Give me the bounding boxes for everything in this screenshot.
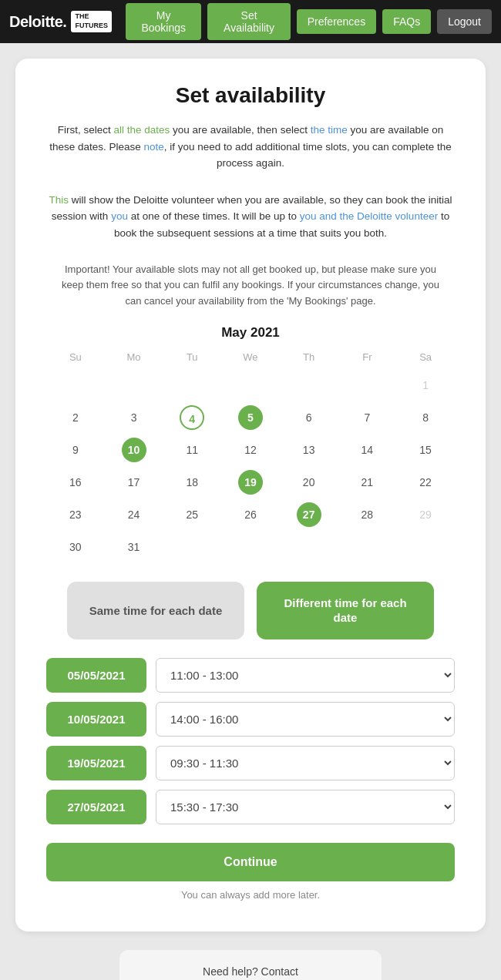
info-text-2: This will show the Deloitte volunteer wh…: [46, 192, 455, 242]
time-toggle-group: Same time for each date Different time f…: [46, 582, 455, 639]
calendar-day[interactable]: 3: [105, 401, 163, 434]
warning-text: Important! Your available slots may not …: [46, 262, 455, 310]
calendar-day[interactable]: [338, 369, 397, 401]
date-row: 19/05/202109:30 - 11:3011:00 - 13:0014:0…: [46, 746, 455, 780]
deloitte-brand: Deloitte.: [9, 13, 66, 31]
different-time-toggle[interactable]: Different time for each date: [257, 582, 434, 639]
date-row: 05/05/202109:30 - 11:3011:00 - 13:0014:0…: [46, 658, 455, 693]
date-label: 10/05/2021: [46, 702, 146, 737]
calendar-day[interactable]: [396, 531, 455, 563]
calendar-day[interactable]: 21: [338, 466, 397, 498]
day-header-fr: Fr: [338, 348, 397, 369]
calendar-day[interactable]: [163, 531, 221, 563]
page-title: Set availability: [46, 83, 455, 108]
calendar-month-label: May 2021: [46, 325, 455, 341]
time-select[interactable]: 09:30 - 11:3011:00 - 13:0014:00 - 16:001…: [156, 658, 455, 693]
calendar-section: May 2021 Su Mo Tu We Th Fr Sa 1234567891…: [46, 325, 455, 563]
nav-my-bookings[interactable]: My Bookings: [126, 3, 202, 40]
calendar-day[interactable]: 7: [338, 401, 397, 434]
calendar-grid: Su Mo Tu We Th Fr Sa 1234567891011121314…: [46, 348, 455, 563]
calendar-day[interactable]: 27: [280, 498, 338, 531]
calendar-day[interactable]: [221, 369, 280, 401]
calendar-day[interactable]: 4: [163, 401, 221, 434]
calendar-day[interactable]: 22: [396, 466, 455, 498]
date-label: 27/05/2021: [46, 790, 146, 824]
calendar-day[interactable]: 10: [105, 434, 163, 466]
calendar-day[interactable]: [46, 369, 105, 401]
nav-preferences[interactable]: Preferences: [297, 9, 376, 34]
date-label: 19/05/2021: [46, 746, 146, 780]
day-header-sa: Sa: [396, 348, 455, 369]
same-time-toggle[interactable]: Same time for each date: [67, 582, 244, 639]
calendar-day[interactable]: 31: [105, 531, 163, 563]
footer-help-text: Need help? Contact: [150, 965, 351, 978]
continue-button[interactable]: Continue: [46, 843, 455, 881]
calendar-day[interactable]: 20: [280, 466, 338, 498]
intro-text-1: First, select all the dates you are avai…: [46, 122, 455, 172]
date-rows: 05/05/202109:30 - 11:3011:00 - 13:0014:0…: [46, 658, 455, 824]
calendar-day[interactable]: 30: [46, 531, 105, 563]
date-label: 05/05/2021: [46, 658, 146, 693]
footer: Need help? Contact deloittebroker@wearef…: [0, 931, 501, 980]
calendar-day[interactable]: [280, 369, 338, 401]
nav-set-availability[interactable]: Set Availability: [207, 3, 290, 40]
main-wrapper: Set availability First, select all the d…: [0, 43, 501, 931]
calendar-day[interactable]: 28: [338, 498, 397, 531]
day-header-su: Su: [46, 348, 105, 369]
day-header-th: Th: [280, 348, 338, 369]
date-row: 10/05/202109:30 - 11:3011:00 - 13:0014:0…: [46, 702, 455, 737]
calendar-day[interactable]: [280, 531, 338, 563]
futures-badge: THEFUTURES: [71, 11, 112, 32]
calendar-day[interactable]: 24: [105, 498, 163, 531]
brand-logo: Deloitte. THEFUTURES: [9, 11, 112, 32]
footer-card: Need help? Contact deloittebroker@wearef…: [119, 950, 382, 980]
calendar-day[interactable]: 29: [396, 498, 455, 531]
main-card: Set availability First, select all the d…: [15, 59, 486, 931]
calendar-day[interactable]: [338, 531, 397, 563]
add-later-text: You can always add more later.: [46, 889, 455, 901]
calendar-day[interactable]: 14: [338, 434, 397, 466]
calendar-day[interactable]: 26: [221, 498, 280, 531]
calendar-day[interactable]: 18: [163, 466, 221, 498]
navbar: Deloitte. THEFUTURES My Bookings Set Ava…: [0, 0, 501, 43]
calendar-day[interactable]: [105, 369, 163, 401]
calendar-day[interactable]: [221, 531, 280, 563]
calendar-day[interactable]: 2: [46, 401, 105, 434]
calendar-day[interactable]: 11: [163, 434, 221, 466]
calendar-day[interactable]: 9: [46, 434, 105, 466]
nav-logout[interactable]: Logout: [437, 9, 492, 34]
calendar-day[interactable]: 15: [396, 434, 455, 466]
calendar-day[interactable]: 19: [221, 466, 280, 498]
calendar-day[interactable]: 13: [280, 434, 338, 466]
date-row: 27/05/202109:30 - 11:3011:00 - 13:0014:0…: [46, 790, 455, 824]
calendar-day[interactable]: 16: [46, 466, 105, 498]
time-select[interactable]: 09:30 - 11:3011:00 - 13:0014:00 - 16:001…: [156, 702, 455, 737]
nav-faqs[interactable]: FAQs: [382, 9, 431, 34]
time-select[interactable]: 09:30 - 11:3011:00 - 13:0014:00 - 16:001…: [156, 746, 455, 780]
calendar-day[interactable]: [163, 369, 221, 401]
calendar-day[interactable]: 23: [46, 498, 105, 531]
calendar-day[interactable]: 1: [396, 369, 455, 401]
day-header-mo: Mo: [105, 348, 163, 369]
calendar-day[interactable]: 17: [105, 466, 163, 498]
calendar-day[interactable]: 12: [221, 434, 280, 466]
time-select[interactable]: 09:30 - 11:3011:00 - 13:0014:00 - 16:001…: [156, 790, 455, 824]
calendar-day[interactable]: 25: [163, 498, 221, 531]
calendar-day[interactable]: 5: [221, 401, 280, 434]
day-header-we: We: [221, 348, 280, 369]
calendar-day[interactable]: 8: [396, 401, 455, 434]
calendar-day[interactable]: 6: [280, 401, 338, 434]
day-header-tu: Tu: [163, 348, 221, 369]
